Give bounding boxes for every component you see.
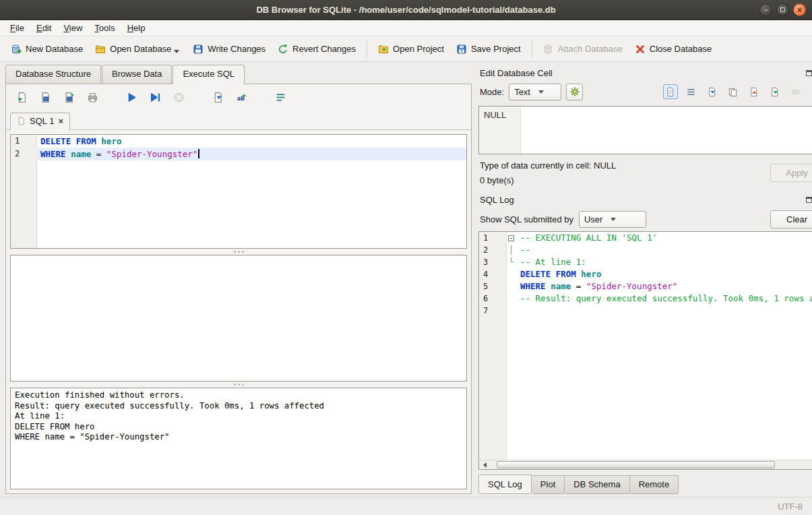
export-icon bbox=[749, 87, 759, 97]
menu-help[interactable]: Help bbox=[121, 21, 152, 35]
text-cursor bbox=[198, 149, 199, 158]
sql-document-tab-label: SQL 1 bbox=[30, 116, 54, 126]
cell-value-editor[interactable]: NULL bbox=[478, 106, 812, 154]
find-replace-button[interactable]: ab bbox=[234, 90, 249, 104]
line-number: 5 bbox=[479, 280, 506, 293]
close-database-button[interactable]: Close Database bbox=[629, 40, 718, 58]
tab-db-schema[interactable]: DB Schema bbox=[565, 475, 629, 494]
cell-size-info: 0 byte(s) bbox=[480, 175, 770, 185]
menu-file[interactable]: File bbox=[4, 21, 30, 35]
menu-edit[interactable]: Edit bbox=[30, 21, 57, 35]
fold-guide bbox=[506, 293, 516, 305]
line-number: 6 bbox=[479, 293, 506, 305]
export-cell-data-button[interactable] bbox=[747, 84, 761, 99]
code-text: WHERE name = "Spider-Youngster" bbox=[15, 432, 462, 443]
word-wrap-button[interactable] bbox=[273, 90, 288, 104]
clear-log-button[interactable]: Clear bbox=[770, 210, 812, 229]
new-database-button[interactable]: New Database bbox=[5, 40, 88, 58]
write-changes-button[interactable]: Write Changes bbox=[187, 40, 271, 58]
fold-marker-icon[interactable]: - bbox=[506, 232, 516, 244]
cell-settings-button[interactable] bbox=[566, 84, 583, 100]
menu-view[interactable]: View bbox=[57, 21, 88, 35]
maximize-button[interactable] bbox=[776, 3, 789, 16]
save-cell-as-button[interactable] bbox=[768, 84, 782, 99]
toolbar-separator bbox=[367, 41, 367, 57]
attach-database-icon bbox=[543, 44, 554, 55]
print-cell-button[interactable] bbox=[809, 84, 812, 99]
edit-cell-title: Edit Database Cell bbox=[480, 68, 806, 78]
save-sql-file-as-button[interactable] bbox=[61, 90, 76, 104]
execution-message-pane: Execution finished without errors.Result… bbox=[10, 388, 467, 489]
splitter-handle[interactable] bbox=[6, 249, 471, 255]
open-database-dropdown-icon[interactable] bbox=[174, 50, 179, 53]
filter-label: Show SQL submitted by bbox=[480, 214, 573, 224]
justify-lines-icon bbox=[686, 87, 696, 97]
horizontal-scrollbar bbox=[478, 460, 812, 470]
revert-changes-icon bbox=[278, 44, 288, 55]
code-text: At line 1: bbox=[15, 411, 462, 422]
splitter-handle[interactable] bbox=[6, 382, 471, 388]
copy-cell-data-button[interactable] bbox=[726, 84, 741, 99]
tab-sql-log[interactable]: SQL Log bbox=[478, 475, 532, 494]
sql-document-tab[interactable]: SQL 1 × bbox=[10, 113, 70, 130]
tab-remote[interactable]: Remote bbox=[630, 475, 679, 494]
content-area: Database Structure Browse Data Execute S… bbox=[0, 62, 812, 494]
open-sql-file-button[interactable] bbox=[14, 90, 29, 104]
text-view-button[interactable] bbox=[663, 84, 678, 99]
save-project-button[interactable]: Save Project bbox=[451, 40, 526, 58]
scrollbar-thumb[interactable] bbox=[497, 461, 775, 468]
mode-value: Text bbox=[514, 87, 530, 97]
cell-value-text-area[interactable] bbox=[521, 107, 812, 154]
code-line: Result: query executed successfully. Too… bbox=[15, 401, 462, 412]
encoding-indicator: UTF-8 bbox=[778, 502, 803, 512]
right-panel: Edit Database Cell × Mode: Text bbox=[478, 65, 812, 494]
save-sql-file-as-icon bbox=[63, 92, 75, 103]
gear-icon bbox=[569, 86, 580, 97]
print-sql-button[interactable] bbox=[85, 90, 100, 104]
cell-mode-row: Mode: Text bbox=[478, 80, 812, 103]
title-bar: DB Browser for SQLite - /home/user/code/… bbox=[0, 0, 812, 20]
line-number: 2 bbox=[11, 148, 36, 160]
close-tab-icon[interactable]: × bbox=[58, 116, 63, 126]
sql-log-content[interactable]: 1--- EXECUTING ALL IN 'SQL 1'2│--3└-- At… bbox=[478, 231, 812, 460]
results-grid bbox=[10, 255, 467, 382]
arrow-left-icon bbox=[483, 462, 487, 468]
word-wrap-cell-button[interactable] bbox=[684, 84, 699, 99]
submitted-by-combobox[interactable]: User bbox=[579, 211, 646, 228]
import-cell-data-button[interactable] bbox=[705, 84, 720, 99]
minimize-button[interactable]: − bbox=[759, 3, 772, 16]
code-line: 2│-- bbox=[479, 244, 812, 256]
tab-execute-sql[interactable]: Execute SQL bbox=[173, 65, 245, 84]
menu-tools[interactable]: Tools bbox=[88, 21, 121, 35]
scrollbar-track[interactable] bbox=[490, 460, 812, 469]
scroll-left-button[interactable] bbox=[479, 460, 490, 469]
cell-info-row: Type of data currently in cell: NULL 0 b… bbox=[478, 154, 812, 188]
open-project-button[interactable]: Open Project bbox=[373, 40, 449, 58]
float-dock-icon[interactable] bbox=[806, 197, 812, 203]
import-icon bbox=[707, 87, 717, 97]
code-text: Execution finished without errors. bbox=[15, 390, 462, 401]
menu-bar: File Edit View Tools Help bbox=[0, 20, 812, 36]
execute-current-line-button[interactable] bbox=[148, 90, 162, 104]
revert-changes-button[interactable]: Revert Changes bbox=[272, 40, 361, 58]
execute-all-button[interactable] bbox=[124, 90, 139, 104]
sql-editor[interactable]: 1DELETE FROM hero2WHERE name = "Spider-Y… bbox=[10, 134, 467, 249]
print-icon bbox=[87, 92, 98, 103]
code-line: 7 bbox=[479, 305, 812, 317]
tab-plot[interactable]: Plot bbox=[532, 475, 565, 494]
new-database-icon bbox=[11, 44, 22, 55]
sql-log-title: SQL Log bbox=[480, 195, 806, 205]
float-dock-icon[interactable] bbox=[806, 70, 812, 76]
save-sql-file-button[interactable] bbox=[38, 90, 53, 104]
sql-document-tabs: SQL 1 × bbox=[6, 110, 471, 130]
open-database-button[interactable]: Open Database bbox=[90, 40, 186, 58]
close-button[interactable]: × bbox=[793, 3, 806, 16]
chevron-down-icon bbox=[538, 90, 544, 94]
attach-database-button: Attach Database bbox=[538, 40, 628, 58]
cell-type-info: Type of data currently in cell: NULL bbox=[480, 160, 770, 171]
export-results-button[interactable] bbox=[210, 90, 225, 104]
mode-combobox[interactable]: Text bbox=[509, 84, 561, 100]
tab-browse-data[interactable]: Browse Data bbox=[102, 65, 172, 84]
code-line: 3└-- At line 1: bbox=[479, 256, 812, 268]
tab-database-structure[interactable]: Database Structure bbox=[5, 65, 101, 84]
